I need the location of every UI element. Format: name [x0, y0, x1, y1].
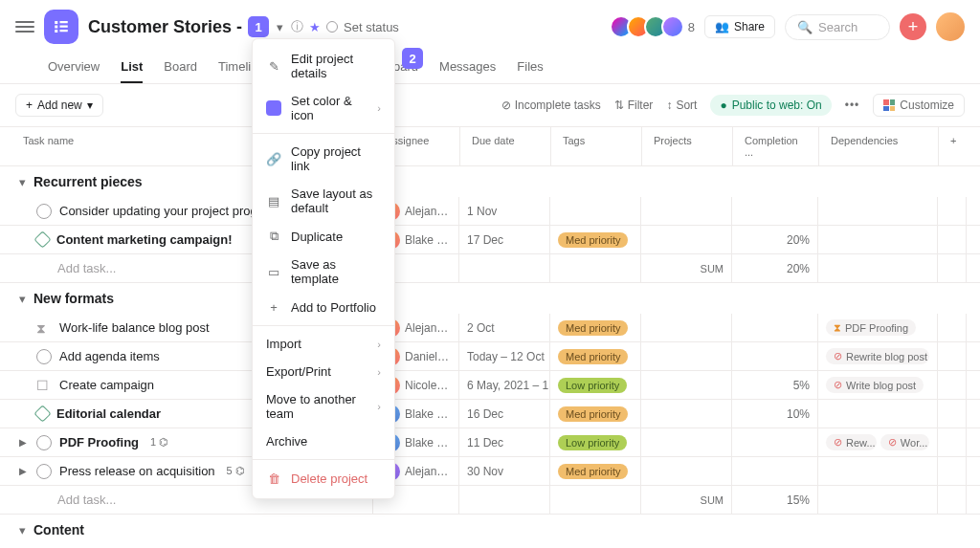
- task-row[interactable]: ⧗Work-life balance blog post Alejandro L…: [0, 314, 980, 342]
- tags-cell[interactable]: Low priority: [550, 428, 641, 456]
- dependencies-cell[interactable]: ⊘Rew... ⊘Wor...: [818, 428, 938, 456]
- task-row[interactable]: ☐Create campaign Nicole Kap... 6 May, 20…: [0, 371, 980, 400]
- expand-subtasks[interactable]: ▶: [19, 466, 27, 476]
- tags-cell[interactable]: [550, 197, 641, 225]
- completion-cell[interactable]: 10%: [732, 400, 818, 427]
- tags-cell[interactable]: Low priority: [550, 371, 641, 399]
- projects-cell[interactable]: [641, 197, 732, 225]
- priority-tag[interactable]: Med priority: [558, 232, 628, 248]
- col-completion[interactable]: Completion ...: [732, 127, 818, 165]
- completion-cell[interactable]: [732, 342, 818, 370]
- complete-checkbox[interactable]: [36, 349, 52, 364]
- task-row[interactable]: Consider updating your project progress …: [0, 197, 980, 226]
- dependencies-cell[interactable]: [818, 197, 938, 225]
- share-button[interactable]: 👥 Share: [704, 15, 775, 38]
- due-date-cell[interactable]: 17 Dec: [459, 226, 550, 253]
- col-tags[interactable]: Tags: [550, 127, 641, 165]
- milestone-icon[interactable]: [33, 405, 51, 422]
- collapse-icon[interactable]: ▾: [19, 292, 26, 306]
- tags-cell[interactable]: Med priority: [550, 226, 641, 253]
- completion-cell[interactable]: [732, 197, 818, 225]
- due-date-cell[interactable]: 2 Oct: [459, 314, 550, 341]
- projects-cell[interactable]: [641, 342, 732, 370]
- due-date-cell[interactable]: 6 May, 2021 – 1 Nov, 2022: [459, 371, 550, 399]
- tab-list[interactable]: List: [121, 52, 143, 83]
- menu-copy-link[interactable]: 🔗Copy project link: [253, 138, 394, 180]
- star-icon[interactable]: ★: [309, 20, 321, 34]
- dependencies-cell[interactable]: ⊘Write blog post: [818, 371, 938, 399]
- public-to-web-badge[interactable]: ● Public to web: On: [710, 95, 831, 116]
- section-header[interactable]: ▾ Content: [0, 515, 980, 545]
- projects-cell[interactable]: [641, 457, 732, 485]
- completion-cell[interactable]: 5%: [732, 371, 818, 399]
- tab-overview[interactable]: Overview: [48, 52, 100, 83]
- projects-cell[interactable]: [641, 314, 732, 341]
- add-column-button[interactable]: +: [938, 127, 968, 165]
- priority-tag[interactable]: Med priority: [558, 406, 628, 422]
- project-menu-chevron[interactable]: ▾: [275, 18, 285, 36]
- task-row[interactable]: Content marketing campaign! Blake Pham 1…: [0, 226, 980, 254]
- dependency-pill[interactable]: ⊘Write blog post: [826, 377, 924, 393]
- milestone-icon[interactable]: [33, 230, 51, 248]
- tags-cell[interactable]: Med priority: [550, 400, 641, 427]
- menu-add-portfolio[interactable]: +Add to Portfolio: [253, 293, 394, 321]
- menu-save-template[interactable]: ▭Save as template: [253, 251, 394, 293]
- tab-board[interactable]: Board: [164, 52, 197, 83]
- section-header[interactable]: ▾ Recurrent pieces: [0, 166, 980, 197]
- menu-edit-project[interactable]: ✎Edit project details: [253, 45, 394, 87]
- collapse-icon[interactable]: ▾: [19, 523, 26, 537]
- col-dependencies[interactable]: Dependencies: [818, 127, 938, 165]
- priority-tag[interactable]: Med priority: [558, 464, 628, 479]
- menu-delete-project[interactable]: 🗑Delete project: [253, 464, 394, 493]
- completion-cell[interactable]: [732, 428, 818, 456]
- completion-cell[interactable]: [732, 457, 818, 485]
- menu-archive[interactable]: Archive: [253, 427, 394, 455]
- add-task-row[interactable]: Add task... SUM 15%: [0, 486, 980, 515]
- tags-cell[interactable]: Med priority: [550, 457, 641, 485]
- section-header[interactable]: ▾ New formats: [0, 283, 980, 314]
- search-input[interactable]: 🔍 Search: [785, 14, 890, 40]
- menu-set-color[interactable]: Set color & icon›: [253, 87, 394, 129]
- dependencies-cell[interactable]: [818, 226, 938, 253]
- projects-cell[interactable]: [641, 400, 732, 427]
- incomplete-tasks-filter[interactable]: ⊘ Incomplete tasks: [501, 99, 601, 112]
- tab-messages[interactable]: Messages: [439, 52, 496, 83]
- menu-export[interactable]: Export/Print›: [253, 358, 394, 385]
- info-icon[interactable]: ⓘ: [291, 18, 303, 35]
- due-date-cell[interactable]: Today – 12 Oct: [459, 342, 550, 370]
- add-task-row[interactable]: Add task... SUM 20%: [0, 254, 980, 283]
- priority-tag[interactable]: Med priority: [558, 349, 628, 364]
- due-date-cell[interactable]: 16 Dec: [459, 400, 550, 427]
- task-row[interactable]: ▶PDF Proofing1 ⌬ Blake Pham 11 Dec Low p…: [0, 428, 980, 457]
- complete-checkbox[interactable]: [36, 435, 52, 450]
- due-date-cell[interactable]: 30 Nov: [459, 457, 550, 485]
- dependencies-cell[interactable]: ⊘Rewrite blog post: [818, 342, 938, 370]
- dependency-pill[interactable]: ⊘Rew...: [826, 434, 877, 450]
- due-date-cell[interactable]: 1 Nov: [459, 197, 550, 225]
- tags-cell[interactable]: Med priority: [550, 314, 641, 341]
- dependencies-cell[interactable]: [818, 457, 938, 485]
- priority-tag[interactable]: Low priority: [558, 435, 627, 450]
- dependency-pill[interactable]: ⊘Wor...: [880, 434, 929, 450]
- projects-cell[interactable]: [641, 371, 732, 399]
- set-status-button[interactable]: Set status: [326, 20, 399, 34]
- priority-tag[interactable]: Low priority: [558, 378, 627, 393]
- col-projects[interactable]: Projects: [641, 127, 732, 165]
- dependency-pill[interactable]: ⧗PDF Proofing: [826, 319, 916, 336]
- task-row[interactable]: Editorial calendar Blake Pham 16 Dec Med…: [0, 400, 980, 428]
- filter-button[interactable]: ⇅ Filter: [614, 99, 654, 112]
- menu-toggle[interactable]: [15, 17, 34, 36]
- collapse-icon[interactable]: ▾: [19, 175, 26, 189]
- task-row[interactable]: Add agenda items Daniela Var... Today – …: [0, 342, 980, 371]
- hourglass-icon[interactable]: ⧗: [36, 320, 52, 336]
- completion-cell[interactable]: 20%: [732, 226, 818, 253]
- completion-cell[interactable]: [732, 314, 818, 341]
- add-new-button[interactable]: + Add new ▾: [15, 94, 103, 117]
- expand-subtasks[interactable]: ▶: [19, 437, 27, 448]
- customize-button[interactable]: Customize: [873, 94, 965, 117]
- complete-checkbox[interactable]: [36, 464, 52, 479]
- priority-tag[interactable]: Med priority: [558, 320, 628, 336]
- dependency-pill[interactable]: ⊘Rewrite blog post: [826, 348, 929, 364]
- more-menu[interactable]: •••: [845, 99, 860, 112]
- tags-cell[interactable]: Med priority: [550, 342, 641, 370]
